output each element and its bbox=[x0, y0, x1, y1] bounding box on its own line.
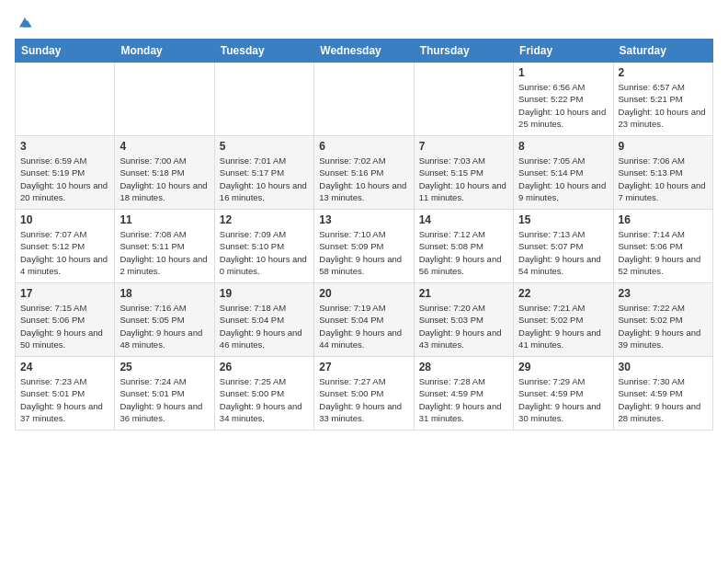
day-info: Sunrise: 6:56 AM Sunset: 5:22 PM Dayligh… bbox=[518, 81, 608, 130]
day-number: 15 bbox=[518, 213, 608, 226]
day-info: Sunrise: 7:30 AM Sunset: 4:59 PM Dayligh… bbox=[619, 375, 708, 424]
day-number: 19 bbox=[220, 287, 309, 300]
day-number: 1 bbox=[518, 66, 608, 79]
day-number: 29 bbox=[518, 361, 608, 373]
day-of-week-header: Monday bbox=[115, 40, 214, 63]
day-number: 3 bbox=[20, 140, 109, 153]
day-info: Sunrise: 7:25 AM Sunset: 5:00 PM Dayligh… bbox=[220, 375, 309, 424]
day-info: Sunrise: 7:15 AM Sunset: 5:06 PM Dayligh… bbox=[20, 302, 109, 350]
calendar-cell bbox=[214, 63, 313, 136]
calendar-cell: 23Sunrise: 7:22 AM Sunset: 5:02 PM Dayli… bbox=[613, 283, 712, 357]
calendar-cell bbox=[414, 63, 513, 136]
calendar-cell: 21Sunrise: 7:20 AM Sunset: 5:03 PM Dayli… bbox=[414, 283, 513, 357]
calendar-cell: 7Sunrise: 7:03 AM Sunset: 5:15 PM Daylig… bbox=[414, 136, 513, 210]
day-number: 6 bbox=[319, 140, 408, 153]
day-info: Sunrise: 7:22 AM Sunset: 5:02 PM Dayligh… bbox=[619, 302, 708, 350]
day-number: 27 bbox=[319, 361, 408, 373]
calendar-week-row: 17Sunrise: 7:15 AM Sunset: 5:06 PM Dayli… bbox=[16, 283, 713, 357]
calendar-cell: 26Sunrise: 7:25 AM Sunset: 5:00 PM Dayli… bbox=[214, 357, 313, 431]
day-info: Sunrise: 7:18 AM Sunset: 5:04 PM Dayligh… bbox=[220, 302, 309, 350]
day-number: 22 bbox=[518, 287, 608, 300]
day-info: Sunrise: 7:03 AM Sunset: 5:15 PM Dayligh… bbox=[419, 155, 508, 203]
day-number: 28 bbox=[419, 361, 508, 373]
calendar-cell: 2Sunrise: 6:57 AM Sunset: 5:21 PM Daylig… bbox=[613, 63, 712, 136]
day-number: 2 bbox=[619, 66, 708, 79]
day-info: Sunrise: 6:59 AM Sunset: 5:19 PM Dayligh… bbox=[20, 155, 109, 203]
day-number: 30 bbox=[619, 361, 708, 373]
calendar-cell: 20Sunrise: 7:19 AM Sunset: 5:04 PM Dayli… bbox=[314, 283, 414, 357]
day-info: Sunrise: 7:19 AM Sunset: 5:04 PM Dayligh… bbox=[319, 302, 408, 350]
calendar-cell: 16Sunrise: 7:14 AM Sunset: 5:06 PM Dayli… bbox=[613, 210, 712, 283]
day-number: 14 bbox=[419, 213, 508, 226]
calendar-week-row: 1Sunrise: 6:56 AM Sunset: 5:22 PM Daylig… bbox=[16, 63, 713, 136]
calendar-cell: 30Sunrise: 7:30 AM Sunset: 4:59 PM Dayli… bbox=[613, 357, 712, 431]
calendar-cell: 19Sunrise: 7:18 AM Sunset: 5:04 PM Dayli… bbox=[214, 283, 313, 357]
calendar-cell: 5Sunrise: 7:01 AM Sunset: 5:17 PM Daylig… bbox=[214, 136, 313, 210]
day-info: Sunrise: 7:07 AM Sunset: 5:12 PM Dayligh… bbox=[20, 228, 109, 277]
day-info: Sunrise: 7:10 AM Sunset: 5:09 PM Dayligh… bbox=[319, 228, 408, 277]
day-number: 26 bbox=[220, 361, 309, 373]
day-number: 18 bbox=[119, 287, 209, 300]
calendar-header-row: SundayMondayTuesdayWednesdayThursdayFrid… bbox=[16, 40, 713, 63]
calendar-cell: 15Sunrise: 7:13 AM Sunset: 5:07 PM Dayli… bbox=[514, 210, 613, 283]
day-info: Sunrise: 7:05 AM Sunset: 5:14 PM Dayligh… bbox=[518, 155, 608, 203]
day-number: 10 bbox=[20, 213, 109, 226]
day-info: Sunrise: 7:14 AM Sunset: 5:06 PM Dayligh… bbox=[619, 228, 708, 277]
day-info: Sunrise: 7:16 AM Sunset: 5:05 PM Dayligh… bbox=[119, 302, 209, 350]
day-info: Sunrise: 7:06 AM Sunset: 5:13 PM Dayligh… bbox=[619, 155, 708, 203]
day-number: 16 bbox=[619, 213, 708, 226]
day-number: 7 bbox=[419, 140, 508, 153]
calendar-cell: 6Sunrise: 7:02 AM Sunset: 5:16 PM Daylig… bbox=[314, 136, 414, 210]
day-number: 13 bbox=[319, 213, 408, 226]
day-number: 8 bbox=[518, 140, 608, 153]
calendar-cell: 13Sunrise: 7:10 AM Sunset: 5:09 PM Dayli… bbox=[314, 210, 414, 283]
calendar-cell: 1Sunrise: 6:56 AM Sunset: 5:22 PM Daylig… bbox=[514, 63, 613, 136]
day-info: Sunrise: 7:00 AM Sunset: 5:18 PM Dayligh… bbox=[119, 155, 209, 203]
day-number: 23 bbox=[619, 287, 708, 300]
day-number: 4 bbox=[119, 140, 209, 153]
calendar-cell: 24Sunrise: 7:23 AM Sunset: 5:01 PM Dayli… bbox=[16, 357, 115, 431]
calendar-cell: 10Sunrise: 7:07 AM Sunset: 5:12 PM Dayli… bbox=[16, 210, 115, 283]
calendar-cell bbox=[16, 63, 115, 136]
day-info: Sunrise: 7:02 AM Sunset: 5:16 PM Dayligh… bbox=[319, 155, 408, 203]
calendar-week-row: 3Sunrise: 6:59 AM Sunset: 5:19 PM Daylig… bbox=[16, 136, 713, 210]
day-info: Sunrise: 6:57 AM Sunset: 5:21 PM Dayligh… bbox=[619, 81, 708, 130]
calendar-cell: 29Sunrise: 7:29 AM Sunset: 4:59 PM Dayli… bbox=[514, 357, 613, 431]
day-number: 12 bbox=[220, 213, 309, 226]
calendar-cell: 17Sunrise: 7:15 AM Sunset: 5:06 PM Dayli… bbox=[16, 283, 115, 357]
day-number: 11 bbox=[119, 213, 209, 226]
day-of-week-header: Thursday bbox=[414, 40, 513, 63]
day-number: 20 bbox=[319, 287, 408, 300]
calendar-cell: 8Sunrise: 7:05 AM Sunset: 5:14 PM Daylig… bbox=[514, 136, 613, 210]
day-of-week-header: Tuesday bbox=[214, 40, 313, 63]
logo-icon bbox=[17, 15, 33, 31]
calendar-cell: 27Sunrise: 7:27 AM Sunset: 5:00 PM Dayli… bbox=[314, 357, 414, 431]
day-of-week-header: Sunday bbox=[16, 40, 115, 63]
calendar-cell bbox=[115, 63, 214, 136]
calendar-cell: 22Sunrise: 7:21 AM Sunset: 5:02 PM Dayli… bbox=[514, 283, 613, 357]
day-number: 24 bbox=[20, 361, 109, 373]
day-number: 5 bbox=[220, 140, 309, 153]
day-info: Sunrise: 7:01 AM Sunset: 5:17 PM Dayligh… bbox=[220, 155, 309, 203]
day-info: Sunrise: 7:08 AM Sunset: 5:11 PM Dayligh… bbox=[119, 228, 209, 277]
calendar-cell: 12Sunrise: 7:09 AM Sunset: 5:10 PM Dayli… bbox=[214, 210, 313, 283]
day-of-week-header: Saturday bbox=[613, 40, 712, 63]
calendar-cell: 18Sunrise: 7:16 AM Sunset: 5:05 PM Dayli… bbox=[115, 283, 214, 357]
calendar-cell: 9Sunrise: 7:06 AM Sunset: 5:13 PM Daylig… bbox=[613, 136, 712, 210]
calendar-week-row: 10Sunrise: 7:07 AM Sunset: 5:12 PM Dayli… bbox=[16, 210, 713, 283]
day-of-week-header: Friday bbox=[514, 40, 613, 63]
calendar-cell: 4Sunrise: 7:00 AM Sunset: 5:18 PM Daylig… bbox=[115, 136, 214, 210]
day-info: Sunrise: 7:28 AM Sunset: 4:59 PM Dayligh… bbox=[419, 375, 508, 424]
page-header bbox=[15, 15, 713, 31]
calendar-cell: 28Sunrise: 7:28 AM Sunset: 4:59 PM Dayli… bbox=[414, 357, 513, 431]
calendar-table: SundayMondayTuesdayWednesdayThursdayFrid… bbox=[15, 39, 713, 431]
day-info: Sunrise: 7:20 AM Sunset: 5:03 PM Dayligh… bbox=[419, 302, 508, 350]
calendar-cell: 3Sunrise: 6:59 AM Sunset: 5:19 PM Daylig… bbox=[16, 136, 115, 210]
calendar-week-row: 24Sunrise: 7:23 AM Sunset: 5:01 PM Dayli… bbox=[16, 357, 713, 431]
day-info: Sunrise: 7:13 AM Sunset: 5:07 PM Dayligh… bbox=[518, 228, 608, 277]
day-number: 17 bbox=[20, 287, 109, 300]
day-number: 9 bbox=[619, 140, 708, 153]
calendar-cell: 25Sunrise: 7:24 AM Sunset: 5:01 PM Dayli… bbox=[115, 357, 214, 431]
day-info: Sunrise: 7:29 AM Sunset: 4:59 PM Dayligh… bbox=[518, 375, 608, 424]
day-info: Sunrise: 7:27 AM Sunset: 5:00 PM Dayligh… bbox=[319, 375, 408, 424]
